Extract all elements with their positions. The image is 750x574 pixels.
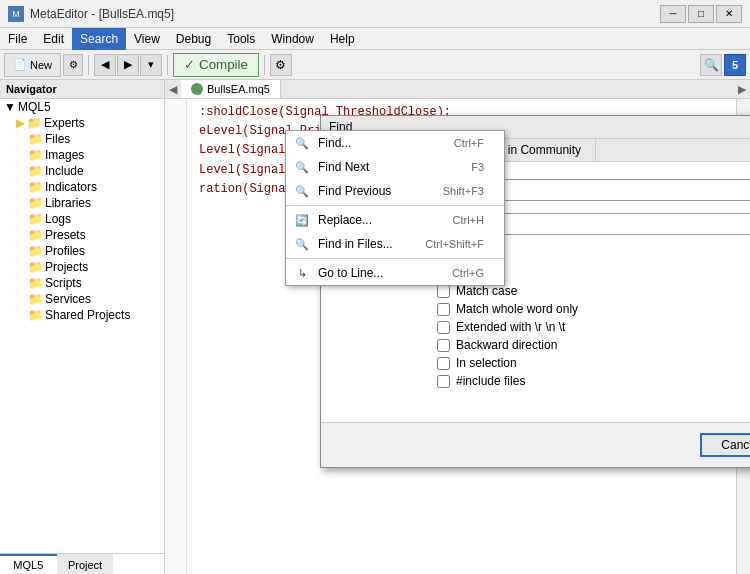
menu-item-find-next[interactable]: 🔍 Find Next F3	[286, 155, 504, 179]
nav-label-images: Images	[45, 148, 84, 162]
goto-shortcut: Ctrl+G	[452, 267, 484, 279]
whole-word-checkbox[interactable]	[437, 303, 450, 316]
checkbox-in-selection: In selection	[437, 354, 750, 372]
nav-indicators[interactable]: 📁 Indicators	[0, 179, 164, 195]
replace-label: Replace...	[318, 213, 445, 227]
nav-shared-projects[interactable]: 📁 Shared Projects	[0, 307, 164, 323]
checkbox-extended: Extended with \r \n \t	[437, 318, 750, 336]
new-button[interactable]: 📄 New	[4, 53, 61, 77]
menu-window[interactable]: Window	[263, 28, 322, 50]
whole-word-label: Match whole word only	[456, 302, 578, 316]
checkbox-whole-word: Match whole word only	[437, 300, 750, 318]
tab-project[interactable]: Project	[57, 554, 114, 574]
maximize-button[interactable]: □	[688, 5, 714, 23]
editor-tab-nav-right[interactable]: ▶	[734, 83, 750, 96]
cancel-button[interactable]: Cancel	[700, 433, 750, 457]
settings-icon-btn[interactable]: ⚙	[270, 54, 292, 76]
find-prev-shortcut: Shift+F3	[443, 185, 484, 197]
menu-item-find-prev[interactable]: 🔍 Find Previous Shift+F3	[286, 179, 504, 203]
close-button[interactable]: ✕	[716, 5, 742, 23]
match-case-label: Match case	[456, 284, 517, 298]
in-selection-label: In selection	[456, 356, 517, 370]
menu-search[interactable]: Search	[72, 28, 126, 50]
toolbar: 📄 New ⚙ ◀ ▶ ▾ ✓ Compile ⚙ 🔍 5	[0, 50, 750, 80]
title-bar: M MetaEditor - [BullsEA.mq5] ─ □ ✕	[0, 0, 750, 28]
find-prev-label: Find Previous	[318, 184, 435, 198]
menu-item-find[interactable]: 🔍 Find... Ctrl+F	[286, 131, 504, 155]
tab-mql5[interactable]: MQL5	[0, 554, 57, 574]
find-files-label: Find in Files...	[318, 237, 417, 251]
menu-tools[interactable]: Tools	[219, 28, 263, 50]
nav-scripts[interactable]: 📁 Scripts	[0, 275, 164, 291]
back-button[interactable]: ◀	[94, 54, 116, 76]
folder-icon-presets: 📁	[28, 228, 43, 242]
backward-checkbox[interactable]	[437, 339, 450, 352]
menu-item-replace[interactable]: 🔄 Replace... Ctrl+H	[286, 208, 504, 232]
goto-icon: ↳	[294, 265, 310, 281]
find-files-shortcut: Ctrl+Shift+F	[425, 238, 484, 250]
nav-profiles[interactable]: 📁 Profiles	[0, 243, 164, 259]
toolbar-sep-1	[88, 55, 89, 75]
in-selection-checkbox[interactable]	[437, 357, 450, 370]
editor-tab-bullsea[interactable]: BullsEA.mq5	[181, 80, 281, 98]
find-shortcut: Ctrl+F	[454, 137, 484, 149]
find-next-icon: 🔍	[294, 159, 310, 175]
menu-debug[interactable]: Debug	[168, 28, 219, 50]
menu-bar: File Edit Search View Debug Tools Window…	[0, 28, 750, 50]
nav-files[interactable]: 📁 Files	[0, 131, 164, 147]
navigator-header: Navigator	[0, 80, 164, 99]
editor-area: ◀ BullsEA.mq5 ▶ :sholdClose(Signal_Thres…	[165, 80, 750, 574]
editor-tab-nav-left[interactable]: ◀	[165, 83, 181, 96]
checkbox-backward: Backward direction	[437, 336, 750, 354]
toolbar-icon-1[interactable]: ⚙	[63, 54, 83, 76]
search-toolbar-icon[interactable]: 🔍	[700, 54, 722, 76]
backward-label: Backward direction	[456, 338, 557, 352]
compile-button[interactable]: ✓ Compile	[173, 53, 259, 77]
replace-icon: 🔄	[294, 212, 310, 228]
new-label: New	[30, 59, 52, 71]
navigator-panel: Navigator ▼ MQL5 ▶ 📁 Experts 📁 Files 📁 I…	[0, 80, 165, 574]
replace-shortcut: Ctrl+H	[453, 214, 484, 226]
title-bar-controls: ─ □ ✕	[660, 5, 742, 23]
menu-view[interactable]: View	[126, 28, 168, 50]
extended-checkbox[interactable]	[437, 321, 450, 334]
menu-divider-2	[286, 258, 504, 259]
forward-button[interactable]: ▶	[117, 54, 139, 76]
nav-tree: ▼ MQL5 ▶ 📁 Experts 📁 Files 📁 Images 📁 In…	[0, 99, 164, 553]
folder-icon-libraries: 📁	[28, 196, 43, 210]
match-case-checkbox[interactable]	[437, 285, 450, 298]
menu-help[interactable]: Help	[322, 28, 363, 50]
folder-icon-profiles: 📁	[28, 244, 43, 258]
toolbar-badge[interactable]: 5	[724, 54, 746, 76]
nav-logs[interactable]: 📁 Logs	[0, 211, 164, 227]
folder-icon-experts: 📁	[27, 116, 42, 130]
nav-include[interactable]: 📁 Include	[0, 163, 164, 179]
extended-label: Extended with \r \n \t	[456, 320, 565, 334]
minimize-button[interactable]: ─	[660, 5, 686, 23]
folder-icon-services: 📁	[28, 292, 43, 306]
nav-services[interactable]: 📁 Services	[0, 291, 164, 307]
nav-label-shared: Shared Projects	[45, 308, 130, 322]
dropdown-button[interactable]: ▾	[140, 54, 162, 76]
folder-icon-include: 📁	[28, 164, 43, 178]
include-files-checkbox[interactable]	[437, 375, 450, 388]
menu-item-find-in-files[interactable]: 🔍 Find in Files... Ctrl+Shift+F	[286, 232, 504, 256]
nav-label-presets: Presets	[45, 228, 86, 242]
folder-icon-shared: 📁	[28, 308, 43, 322]
menu-edit[interactable]: Edit	[35, 28, 72, 50]
nav-projects[interactable]: 📁 Projects	[0, 259, 164, 275]
menu-item-goto[interactable]: ↳ Go to Line... Ctrl+G	[286, 261, 504, 285]
nav-images[interactable]: 📁 Images	[0, 147, 164, 163]
find-icon: 🔍	[294, 135, 310, 151]
menu-file[interactable]: File	[0, 28, 35, 50]
nav-arrows: ◀ ▶ ▾	[94, 54, 162, 76]
nav-tabs: MQL5 Project	[0, 553, 164, 574]
nav-presets[interactable]: 📁 Presets	[0, 227, 164, 243]
nav-label-projects: Projects	[45, 260, 88, 274]
nav-libraries[interactable]: 📁 Libraries	[0, 195, 164, 211]
nav-label-logs: Logs	[45, 212, 71, 226]
new-icon: 📄	[13, 58, 27, 71]
nav-experts[interactable]: ▶ 📁 Experts	[0, 115, 164, 131]
expand-icon: ▼	[4, 100, 16, 114]
nav-root[interactable]: ▼ MQL5	[0, 99, 164, 115]
